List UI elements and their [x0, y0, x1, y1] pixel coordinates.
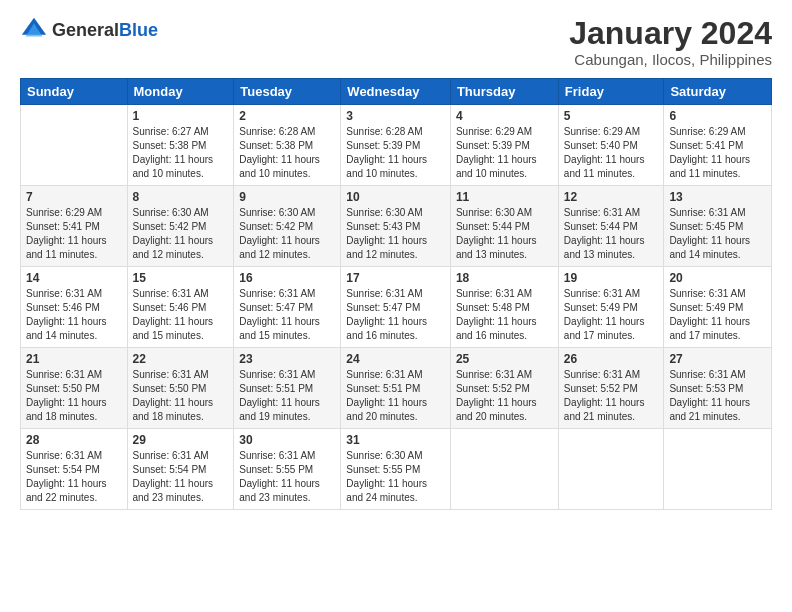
day-number: 30 [239, 433, 335, 447]
day-number: 21 [26, 352, 122, 366]
calendar-cell: 12Sunrise: 6:31 AMSunset: 5:44 PMDayligh… [558, 186, 664, 267]
cell-info: Sunrise: 6:30 AMSunset: 5:44 PMDaylight:… [456, 206, 553, 262]
cell-info: Sunrise: 6:31 AMSunset: 5:51 PMDaylight:… [346, 368, 445, 424]
cell-info: Sunrise: 6:27 AMSunset: 5:38 PMDaylight:… [133, 125, 229, 181]
calendar-cell [21, 105, 128, 186]
cell-info: Sunrise: 6:30 AMSunset: 5:55 PMDaylight:… [346, 449, 445, 505]
cell-info: Sunrise: 6:30 AMSunset: 5:43 PMDaylight:… [346, 206, 445, 262]
calendar-cell: 1Sunrise: 6:27 AMSunset: 5:38 PMDaylight… [127, 105, 234, 186]
day-number: 2 [239, 109, 335, 123]
calendar-cell: 2Sunrise: 6:28 AMSunset: 5:38 PMDaylight… [234, 105, 341, 186]
calendar-cell [664, 429, 772, 510]
calendar-cell: 18Sunrise: 6:31 AMSunset: 5:48 PMDayligh… [450, 267, 558, 348]
cell-info: Sunrise: 6:31 AMSunset: 5:53 PMDaylight:… [669, 368, 766, 424]
cell-info: Sunrise: 6:31 AMSunset: 5:47 PMDaylight:… [239, 287, 335, 343]
cell-info: Sunrise: 6:28 AMSunset: 5:39 PMDaylight:… [346, 125, 445, 181]
cell-info: Sunrise: 6:29 AMSunset: 5:41 PMDaylight:… [26, 206, 122, 262]
day-number: 7 [26, 190, 122, 204]
cell-info: Sunrise: 6:31 AMSunset: 5:48 PMDaylight:… [456, 287, 553, 343]
day-header-saturday: Saturday [664, 79, 772, 105]
day-number: 28 [26, 433, 122, 447]
day-header-sunday: Sunday [21, 79, 128, 105]
cell-info: Sunrise: 6:30 AMSunset: 5:42 PMDaylight:… [133, 206, 229, 262]
calendar-cell [450, 429, 558, 510]
day-header-tuesday: Tuesday [234, 79, 341, 105]
day-number: 23 [239, 352, 335, 366]
day-number: 20 [669, 271, 766, 285]
calendar-cell: 25Sunrise: 6:31 AMSunset: 5:52 PMDayligh… [450, 348, 558, 429]
calendar-cell: 15Sunrise: 6:31 AMSunset: 5:46 PMDayligh… [127, 267, 234, 348]
cell-info: Sunrise: 6:31 AMSunset: 5:44 PMDaylight:… [564, 206, 659, 262]
page: GeneralBlue January 2024 Cabungan, Iloco… [0, 0, 792, 520]
calendar-cell: 5Sunrise: 6:29 AMSunset: 5:40 PMDaylight… [558, 105, 664, 186]
cell-info: Sunrise: 6:29 AMSunset: 5:39 PMDaylight:… [456, 125, 553, 181]
logo-general: General [52, 20, 119, 40]
logo-blue: Blue [119, 20, 158, 40]
day-number: 11 [456, 190, 553, 204]
day-number: 24 [346, 352, 445, 366]
main-title: January 2024 [569, 16, 772, 51]
calendar-week-3: 14Sunrise: 6:31 AMSunset: 5:46 PMDayligh… [21, 267, 772, 348]
day-number: 12 [564, 190, 659, 204]
calendar-cell: 10Sunrise: 6:30 AMSunset: 5:43 PMDayligh… [341, 186, 451, 267]
day-number: 3 [346, 109, 445, 123]
day-header-friday: Friday [558, 79, 664, 105]
cell-info: Sunrise: 6:31 AMSunset: 5:45 PMDaylight:… [669, 206, 766, 262]
day-number: 22 [133, 352, 229, 366]
day-number: 18 [456, 271, 553, 285]
calendar-cell [558, 429, 664, 510]
calendar-cell: 26Sunrise: 6:31 AMSunset: 5:52 PMDayligh… [558, 348, 664, 429]
cell-info: Sunrise: 6:30 AMSunset: 5:42 PMDaylight:… [239, 206, 335, 262]
cell-info: Sunrise: 6:31 AMSunset: 5:46 PMDaylight:… [133, 287, 229, 343]
cell-info: Sunrise: 6:31 AMSunset: 5:54 PMDaylight:… [133, 449, 229, 505]
cell-info: Sunrise: 6:31 AMSunset: 5:46 PMDaylight:… [26, 287, 122, 343]
calendar-cell: 17Sunrise: 6:31 AMSunset: 5:47 PMDayligh… [341, 267, 451, 348]
day-number: 31 [346, 433, 445, 447]
cell-info: Sunrise: 6:31 AMSunset: 5:52 PMDaylight:… [456, 368, 553, 424]
calendar-header-row: SundayMondayTuesdayWednesdayThursdayFrid… [21, 79, 772, 105]
calendar-week-4: 21Sunrise: 6:31 AMSunset: 5:50 PMDayligh… [21, 348, 772, 429]
day-number: 8 [133, 190, 229, 204]
calendar-week-1: 1Sunrise: 6:27 AMSunset: 5:38 PMDaylight… [21, 105, 772, 186]
calendar-cell: 24Sunrise: 6:31 AMSunset: 5:51 PMDayligh… [341, 348, 451, 429]
day-number: 6 [669, 109, 766, 123]
day-number: 26 [564, 352, 659, 366]
day-number: 27 [669, 352, 766, 366]
calendar-cell: 3Sunrise: 6:28 AMSunset: 5:39 PMDaylight… [341, 105, 451, 186]
calendar-cell: 23Sunrise: 6:31 AMSunset: 5:51 PMDayligh… [234, 348, 341, 429]
calendar-cell: 31Sunrise: 6:30 AMSunset: 5:55 PMDayligh… [341, 429, 451, 510]
day-number: 19 [564, 271, 659, 285]
calendar-cell: 20Sunrise: 6:31 AMSunset: 5:49 PMDayligh… [664, 267, 772, 348]
cell-info: Sunrise: 6:29 AMSunset: 5:41 PMDaylight:… [669, 125, 766, 181]
calendar-cell: 11Sunrise: 6:30 AMSunset: 5:44 PMDayligh… [450, 186, 558, 267]
calendar-cell: 30Sunrise: 6:31 AMSunset: 5:55 PMDayligh… [234, 429, 341, 510]
calendar-cell: 29Sunrise: 6:31 AMSunset: 5:54 PMDayligh… [127, 429, 234, 510]
day-number: 15 [133, 271, 229, 285]
cell-info: Sunrise: 6:31 AMSunset: 5:49 PMDaylight:… [669, 287, 766, 343]
day-number: 5 [564, 109, 659, 123]
subtitle: Cabungan, Ilocos, Philippines [569, 51, 772, 68]
calendar-cell: 16Sunrise: 6:31 AMSunset: 5:47 PMDayligh… [234, 267, 341, 348]
cell-info: Sunrise: 6:31 AMSunset: 5:51 PMDaylight:… [239, 368, 335, 424]
calendar-cell: 9Sunrise: 6:30 AMSunset: 5:42 PMDaylight… [234, 186, 341, 267]
cell-info: Sunrise: 6:31 AMSunset: 5:52 PMDaylight:… [564, 368, 659, 424]
cell-info: Sunrise: 6:29 AMSunset: 5:40 PMDaylight:… [564, 125, 659, 181]
calendar-cell: 4Sunrise: 6:29 AMSunset: 5:39 PMDaylight… [450, 105, 558, 186]
logo: GeneralBlue [20, 16, 158, 44]
day-number: 17 [346, 271, 445, 285]
calendar-table: SundayMondayTuesdayWednesdayThursdayFrid… [20, 78, 772, 510]
calendar-cell: 7Sunrise: 6:29 AMSunset: 5:41 PMDaylight… [21, 186, 128, 267]
calendar-cell: 21Sunrise: 6:31 AMSunset: 5:50 PMDayligh… [21, 348, 128, 429]
day-number: 13 [669, 190, 766, 204]
logo-icon [20, 16, 48, 44]
calendar-cell: 6Sunrise: 6:29 AMSunset: 5:41 PMDaylight… [664, 105, 772, 186]
calendar-week-5: 28Sunrise: 6:31 AMSunset: 5:54 PMDayligh… [21, 429, 772, 510]
calendar-cell: 22Sunrise: 6:31 AMSunset: 5:50 PMDayligh… [127, 348, 234, 429]
day-number: 1 [133, 109, 229, 123]
cell-info: Sunrise: 6:31 AMSunset: 5:54 PMDaylight:… [26, 449, 122, 505]
cell-info: Sunrise: 6:28 AMSunset: 5:38 PMDaylight:… [239, 125, 335, 181]
logo-text: GeneralBlue [52, 20, 158, 41]
day-number: 25 [456, 352, 553, 366]
cell-info: Sunrise: 6:31 AMSunset: 5:50 PMDaylight:… [26, 368, 122, 424]
calendar-cell: 14Sunrise: 6:31 AMSunset: 5:46 PMDayligh… [21, 267, 128, 348]
